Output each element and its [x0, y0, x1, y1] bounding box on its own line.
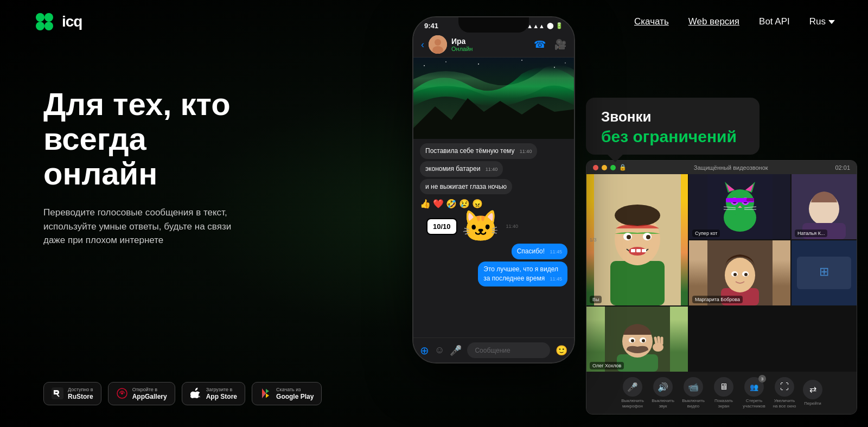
rustore-badge[interactable]: Доступно в RuStore — [43, 382, 101, 405]
svg-point-6 — [121, 392, 123, 394]
vc-participant-main: 1/3 Вы — [586, 174, 688, 305]
close-dot[interactable] — [593, 165, 598, 170]
vc-participant-partial2: ⊞ — [792, 240, 857, 305]
apple-icon — [190, 387, 202, 399]
svg-point-3 — [44, 22, 53, 30]
svg-point-49 — [725, 258, 755, 292]
contact-status: Онлайн — [451, 46, 529, 52]
phone-frame: 9:41 ▲▲▲ ⬤ 🔋 ‹ — [412, 16, 575, 364]
vc-participant-woman: Маргарита Боброва — [689, 240, 790, 305]
svg-point-20 — [615, 205, 660, 226]
logo[interactable]: icq — [33, 10, 82, 34]
call-speech-bubble: Звонки без ограничений — [586, 98, 760, 155]
call-card: Звонки без ограничений 🔒 Защищённый виде… — [564, 98, 868, 415]
participant-you-label: Вы — [590, 296, 602, 303]
appstore-text: Загрузите в App Store — [206, 387, 237, 400]
vc-screen-btn[interactable]: 🖥 Показать экран — [712, 377, 736, 409]
chat-input-bar: ⊕ ☺ 🎤 Сообщение 🙂 — [413, 337, 574, 362]
svg-point-52 — [733, 273, 737, 276]
nav-api[interactable]: Bot API — [759, 16, 790, 27]
message-input[interactable]: Сообщение — [467, 342, 550, 358]
lang-selector[interactable]: Rus — [809, 16, 835, 27]
vc-title-text: Защищённый видеозвонок — [630, 164, 832, 171]
svg-point-1 — [44, 13, 53, 22]
msg-thanks: Спасибо! 11:45 — [420, 244, 567, 259]
hero-subtitle: Переводите голосовые сообщения в текст, … — [43, 206, 250, 247]
svg-text:⊞: ⊞ — [819, 265, 829, 278]
svg-point-14 — [521, 60, 522, 61]
reaction-cry[interactable]: 😢 — [459, 199, 470, 209]
svg-point-23 — [627, 235, 631, 239]
store-badges: Доступно в RuStore Откройте в AppGallery — [43, 382, 322, 405]
nav-download[interactable]: Скачать — [634, 16, 669, 27]
appgallery-text: Откройте в AppGallery — [132, 387, 167, 400]
sticker-area: 10/10 🐱 11:40 — [420, 211, 567, 241]
svg-point-0 — [36, 13, 44, 22]
nav-web[interactable]: Web версия — [688, 16, 739, 27]
hero-section: Для тех, ктовсегда онлайн Переводите гол… — [0, 0, 868, 427]
svg-line-62 — [655, 338, 656, 343]
reaction-laugh[interactable]: 🤣 — [446, 199, 457, 209]
vc-video-btn[interactable]: 📹 Выключить видео — [681, 377, 705, 409]
msg-text-3: и не выжигает глаза ночью — [425, 183, 507, 190]
vc-participant-partial: Наталья К... — [792, 174, 857, 239]
svg-point-60 — [642, 339, 645, 342]
svg-point-11 — [424, 65, 425, 66]
svg-rect-26 — [631, 249, 635, 252]
vc-fullscreen-btn[interactable]: ⛶ Увеличить на все окно — [773, 377, 796, 409]
svg-point-9 — [432, 46, 443, 54]
participant-man2-label: Олег Хохлов — [590, 362, 624, 369]
msg-thanks-text: Спасибо! — [517, 247, 545, 255]
score-sticker: 10/10 — [426, 218, 457, 235]
svg-point-53 — [744, 273, 748, 276]
logo-text: icq — [62, 13, 82, 30]
vc-participant-man2: Олег Хохлов — [586, 307, 688, 372]
appstore-badge[interactable]: Загрузите в App Store — [182, 382, 245, 405]
add-attachment-button[interactable]: ⊕ — [420, 344, 429, 357]
rustore-icon — [52, 387, 63, 399]
participant-cat-label: Супер кот — [692, 230, 720, 237]
videocall-mockup: 🔒 Защищённый видеозвонок 02:01 — [586, 160, 857, 415]
minimize-dot[interactable] — [602, 165, 607, 170]
reaction-angry[interactable]: 😠 — [472, 199, 483, 209]
chat-image — [413, 58, 574, 139]
msg-2: экономия батареи 11:40 — [420, 161, 567, 177]
msg-text-1: Поставила себе тёмную тему — [425, 147, 515, 155]
appgallery-badge[interactable]: Откройте в AppGallery — [108, 382, 175, 405]
reaction-thumbs[interactable]: 👍 — [420, 199, 431, 209]
vc-sound-btn[interactable]: 🔊 Выключить звук — [651, 377, 675, 409]
svg-point-16 — [565, 62, 566, 63]
msg-text-2: экономия батареи — [425, 165, 480, 173]
reactions-row: 👍 ❤️ 🤣 😢 😠 — [420, 196, 567, 209]
googleplay-badge[interactable]: Скачать из Google Play — [252, 382, 322, 405]
page-indicator: 1/3 — [590, 237, 597, 243]
participant-woman-label: Маргарита Боброва — [692, 296, 743, 303]
call-title: Звонки — [601, 109, 744, 125]
vc-time: 02:01 — [835, 164, 850, 171]
svg-rect-27 — [636, 249, 641, 252]
vc-participants-btn[interactable]: 👥3 Стереть участников — [742, 377, 766, 409]
msg-1: Поставила себе тёмную тему 11:40 — [420, 143, 567, 159]
rustore-text: Доступно в RuStore — [68, 387, 93, 400]
vc-mute-btn[interactable]: 🎤 Выключить микрофон — [621, 377, 644, 409]
logo-icon — [33, 10, 56, 34]
msg-best-text: Это лучшее, что я виделза последнее врем… — [483, 265, 558, 282]
vc-titlebar: 🔒 Защищённый видеозвонок 02:01 — [586, 161, 857, 174]
svg-line-63 — [659, 337, 659, 343]
maximize-dot[interactable] — [610, 165, 616, 170]
phone-screen: 9:41 ▲▲▲ ⬤ 🔋 ‹ — [413, 17, 574, 362]
emoji-icon[interactable]: ☺ — [435, 345, 444, 356]
svg-rect-18 — [610, 261, 665, 305]
phone-mockup: 9:41 ▲▲▲ ⬤ 🔋 ‹ — [412, 16, 575, 364]
vc-controls: 🎤 Выключить микрофон 🔊 Выключить звук 📹 … — [586, 372, 857, 414]
chat-messages: Поставила себе тёмную тему 11:40 экономи… — [413, 139, 574, 337]
appgallery-icon — [116, 387, 128, 399]
reaction-heart[interactable]: ❤️ — [433, 199, 444, 209]
emoji-picker-icon[interactable]: 🙂 — [556, 345, 567, 356]
vc-switch-btn[interactable]: ⇄ Перейти — [803, 380, 822, 406]
svg-point-2 — [36, 22, 44, 30]
googleplay-icon — [260, 387, 272, 399]
lang-label: Rus — [809, 16, 826, 27]
svg-point-59 — [631, 339, 634, 342]
mic-icon[interactable]: 🎤 — [450, 345, 462, 356]
